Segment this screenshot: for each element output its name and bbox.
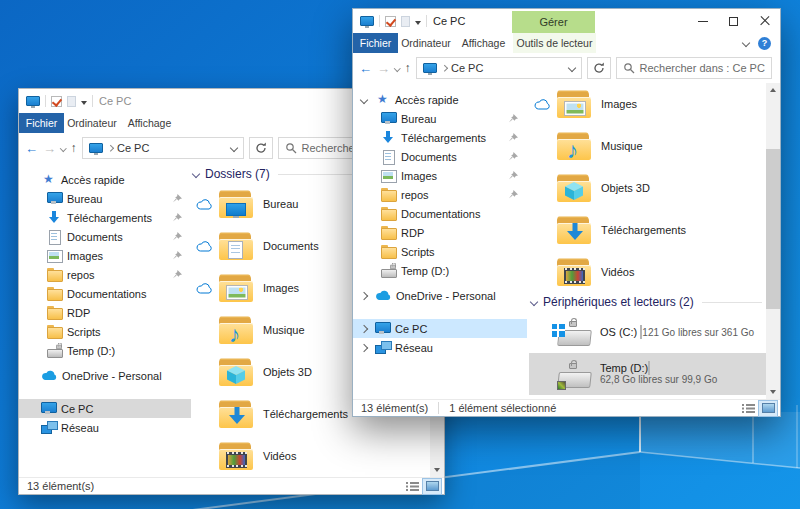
close-button[interactable] xyxy=(749,9,780,33)
refresh-button[interactable] xyxy=(249,137,273,159)
sidebar-item-ce-pc[interactable]: Ce PC xyxy=(19,399,191,418)
customize-toolbar-arrow-icon[interactable] xyxy=(415,21,421,25)
tab-outils-de-lecteur[interactable]: Outils de lecteur xyxy=(513,33,596,53)
address-box[interactable]: Ce PC xyxy=(416,57,582,79)
address-box[interactable]: Ce PC xyxy=(82,137,244,159)
back-button[interactable]: ← xyxy=(359,62,372,75)
tab-affichage[interactable]: Affichage xyxy=(120,113,179,133)
sidebar-item-telechargements[interactable]: Téléchargements xyxy=(19,208,191,227)
search-input[interactable]: Rechercher dans : Ce PC xyxy=(616,57,773,79)
pin-icon[interactable] xyxy=(509,152,518,161)
pin-icon[interactable] xyxy=(509,171,518,180)
sidebar-item-images[interactable]: Images xyxy=(353,166,527,185)
drive-tile-os-c[interactable]: OS (C:) 121 Go libres sur 361 Go xyxy=(529,311,766,353)
up-button[interactable]: ↑ xyxy=(405,62,411,74)
pin-icon[interactable] xyxy=(173,251,182,260)
sidebar-item-rdp[interactable]: RDP xyxy=(19,303,191,322)
collapse-group-icon[interactable] xyxy=(530,298,538,306)
sidebar-item-onedrive[interactable]: OneDrive - Personal xyxy=(19,366,191,385)
sidebar-item-documents[interactable]: Documents xyxy=(353,147,527,166)
details-view-button[interactable] xyxy=(739,401,757,416)
tab-fichier[interactable]: Fichier xyxy=(19,113,64,133)
thumbnails-view-button[interactable] xyxy=(423,479,441,494)
tab-affichage[interactable]: Affichage xyxy=(454,33,513,53)
scrollbar-thumb[interactable] xyxy=(766,149,780,309)
expand-tree-icon[interactable] xyxy=(360,324,368,332)
expand-tree-icon[interactable] xyxy=(360,291,368,299)
window-title: Ce PC xyxy=(433,15,465,27)
sidebar-item-documentations[interactable]: Documentations xyxy=(19,284,191,303)
folder-tile-telechargements[interactable]: Téléchargements xyxy=(529,209,766,251)
history-dropdown-icon[interactable] xyxy=(60,145,66,151)
pin-icon[interactable] xyxy=(173,213,182,222)
sidebar-item-documentations[interactable]: Documentations xyxy=(353,204,527,223)
tab-fichier[interactable]: Fichier xyxy=(353,33,398,53)
sidebar-item-repos[interactable]: repos xyxy=(19,265,191,284)
properties-checkbox-icon[interactable] xyxy=(385,16,396,27)
folder-tile-images[interactable]: Images xyxy=(529,83,766,125)
sidebar-item-scripts[interactable]: Scripts xyxy=(19,322,191,341)
pin-icon[interactable] xyxy=(173,270,182,279)
downloads-icon xyxy=(47,211,62,224)
address-dropdown-icon[interactable] xyxy=(229,144,237,152)
sidebar-item-bureau[interactable]: Bureau xyxy=(353,109,527,128)
sidebar-item-images[interactable]: Images xyxy=(19,246,191,265)
scrollbar[interactable] xyxy=(766,83,780,399)
forward-button[interactable]: → xyxy=(377,62,390,75)
breadcrumb[interactable]: Ce PC xyxy=(451,62,483,74)
expand-tree-icon[interactable] xyxy=(360,343,368,351)
sidebar-item-reseau[interactable]: Réseau xyxy=(353,338,527,357)
tab-ordinateur[interactable]: Ordinateur xyxy=(398,33,454,53)
pin-icon[interactable] xyxy=(509,133,518,142)
sidebar-item-temp-d[interactable]: Temp (D:) xyxy=(353,261,527,280)
sidebar-item-documents[interactable]: Documents xyxy=(19,227,191,246)
sidebar-item-repos[interactable]: repos xyxy=(353,185,527,204)
pin-icon[interactable] xyxy=(173,232,182,241)
pin-icon[interactable] xyxy=(509,114,518,123)
folder-tile-objets-3d[interactable]: Objets 3D xyxy=(529,167,766,209)
sidebar-item-acces-rapide[interactable]: ★ Accès rapide xyxy=(19,170,191,189)
up-button[interactable]: ↑ xyxy=(71,142,77,154)
group-header-peripheriques[interactable]: Périphériques et lecteurs (2) xyxy=(529,293,766,311)
sidebar-item-bureau[interactable]: Bureau xyxy=(19,189,191,208)
customize-toolbar-arrow-icon[interactable] xyxy=(81,101,87,105)
thumbnails-view-button[interactable] xyxy=(759,401,777,416)
drive-usage-bar xyxy=(648,361,650,375)
maximize-button[interactable] xyxy=(718,9,749,33)
folder-tile-videos[interactable]: Vidéos xyxy=(191,435,430,477)
pin-icon[interactable] xyxy=(173,194,182,203)
breadcrumb[interactable]: Ce PC xyxy=(117,142,149,154)
sidebar-item-reseau[interactable]: Réseau xyxy=(19,418,191,437)
collapse-tree-icon[interactable] xyxy=(360,95,368,103)
history-dropdown-icon[interactable] xyxy=(394,65,400,71)
expand-ribbon-icon[interactable] xyxy=(742,39,750,47)
help-button[interactable]: ? xyxy=(758,37,771,50)
scroll-down-icon[interactable] xyxy=(766,385,780,399)
drive-tile-temp-d[interactable]: Temp (D:) 62,8 Go libres sur 99,9 Go xyxy=(529,353,766,395)
sidebar-item-scripts[interactable]: Scripts xyxy=(353,242,527,261)
details-view-button[interactable] xyxy=(403,479,421,494)
new-folder-icon[interactable] xyxy=(401,16,410,27)
pin-icon[interactable] xyxy=(509,190,518,199)
tab-ordinateur[interactable]: Ordinateur xyxy=(64,113,120,133)
sidebar-item-acces-rapide[interactable]: ★ Accès rapide xyxy=(353,90,527,109)
minimize-button[interactable] xyxy=(687,9,718,33)
collapse-group-icon[interactable] xyxy=(192,170,200,178)
drive-name: OS (C:) xyxy=(600,326,637,338)
folder-tile-videos[interactable]: Vidéos xyxy=(529,251,766,293)
properties-checkbox-icon[interactable] xyxy=(51,96,62,107)
folder-tile-musique[interactable]: ♪ Musique xyxy=(529,125,766,167)
sidebar-item-temp-d[interactable]: Temp (D:) xyxy=(19,341,191,360)
address-dropdown-icon[interactable] xyxy=(567,64,575,72)
refresh-button[interactable] xyxy=(587,57,611,79)
scroll-up-icon[interactable] xyxy=(766,83,780,97)
scroll-down-icon[interactable] xyxy=(430,463,444,477)
contextual-tab-group-gerer[interactable]: Gérer xyxy=(512,11,595,33)
forward-button[interactable]: → xyxy=(43,142,56,155)
sidebar-item-rdp[interactable]: RDP xyxy=(353,223,527,242)
sidebar-item-onedrive[interactable]: OneDrive - Personal xyxy=(353,286,527,305)
sidebar-item-telechargements[interactable]: Téléchargements xyxy=(353,128,527,147)
sidebar-item-ce-pc[interactable]: Ce PC xyxy=(353,319,527,338)
new-folder-icon[interactable] xyxy=(67,96,76,107)
back-button[interactable]: ← xyxy=(25,142,38,155)
